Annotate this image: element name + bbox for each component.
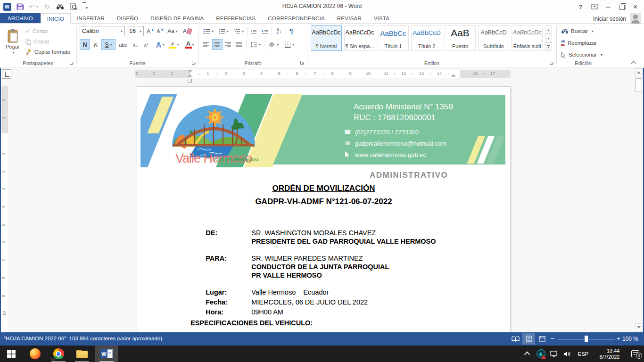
taskbar-chrome[interactable]: ⚙ [47, 346, 70, 362]
help-icon[interactable]: ? [574, 0, 587, 13]
scroll-up-icon[interactable] [635, 68, 643, 76]
font-dialog-launcher-icon[interactable] [191, 60, 197, 65]
paragraph-dialog-launcher-icon[interactable] [300, 60, 305, 65]
zoom-out-icon[interactable]: − [551, 335, 554, 342]
close-icon[interactable]: ✕ [628, 0, 642, 13]
print-layout-button[interactable] [522, 333, 535, 345]
styles-gallery-expand-icon[interactable]: ▼ [545, 42, 552, 51]
highlight-color-button[interactable]: ▾ [167, 39, 182, 50]
ribbon-display-options-icon[interactable] [587, 0, 601, 13]
web-layout-button[interactable] [536, 333, 548, 345]
decrease-indent-button[interactable] [248, 26, 259, 36]
format-painter-button[interactable]: Copiar formato [25, 47, 70, 57]
style-enfasis-sutil[interactable]: AaBbCcDc Énfasis sutil [512, 25, 543, 51]
word-window: W ↶▾ ↻ ▾ HOJA CAMION 2022 [0, 0, 644, 362]
line-spacing-button[interactable]: ▾ [248, 39, 263, 50]
align-right-button[interactable] [223, 39, 233, 50]
font-size-combo[interactable]: 16▾ [127, 26, 144, 36]
shading-button[interactable]: ▾ [267, 39, 281, 50]
tab-vista[interactable]: VISTA [368, 13, 396, 23]
scroll-down-icon[interactable] [635, 323, 643, 331]
tray-network[interactable] [548, 346, 560, 362]
text-effects-button[interactable]: A ▾ [154, 39, 166, 50]
tray-volume[interactable] [561, 346, 573, 362]
zoom-in-icon[interactable]: + [617, 335, 620, 342]
style-titulo1[interactable]: AaBbCc Título 1 [378, 25, 409, 51]
subscript-button[interactable]: x₂ [130, 39, 140, 50]
cut-button[interactable]: ✂ Cortar [25, 26, 48, 36]
action-center[interactable]: 3 [628, 346, 642, 362]
tab-insertar[interactable]: INSERTAR [71, 13, 111, 23]
sign-in[interactable]: Iniciar sesión [593, 13, 641, 25]
styles-scroll-down-icon[interactable]: ▼ [545, 34, 552, 42]
hanging-indent-marker[interactable] [188, 74, 192, 77]
status-text[interactable]: "HOJA CAMION 2022 06": 103.994 caractere… [4, 336, 164, 341]
tray-antivirus[interactable]: e [535, 346, 547, 362]
tab-stop-selector[interactable] [2, 69, 11, 79]
style-subtitulo[interactable]: AaBbCcD Subtítulo [478, 25, 509, 51]
underline-button[interactable]: S▾ [101, 39, 116, 50]
first-line-indent-marker[interactable] [188, 70, 192, 73]
increase-indent-button[interactable] [260, 26, 270, 36]
bullets-button[interactable]: ▾ [201, 26, 215, 36]
strikethrough-button[interactable]: abc [116, 39, 130, 50]
ruler-mark: 6 [296, 71, 298, 76]
tab-correspondencia[interactable]: CORRESPONDENCIA [262, 13, 331, 23]
borders-button[interactable]: ▾ [282, 39, 297, 50]
italic-button[interactable]: K [91, 39, 101, 50]
justify-button[interactable] [234, 39, 244, 50]
clear-formatting-button[interactable]: A [181, 26, 193, 36]
vertical-ruler[interactable]: 2112345678910 [1, 86, 8, 332]
tab-inicio[interactable]: INICIO [41, 13, 71, 24]
scrollbar-thumb[interactable] [636, 78, 642, 91]
clipboard-dialog-launcher-icon[interactable] [69, 60, 74, 65]
style-puesto[interactable]: AaB Puesto [445, 25, 476, 51]
tray-show-hidden-icons[interactable] [521, 346, 534, 362]
left-indent-marker[interactable] [188, 79, 192, 82]
read-mode-button[interactable] [509, 333, 522, 345]
numbering-button[interactable]: ▾ [216, 26, 231, 36]
horizontal-ruler[interactable]: 32112345678910111213141617 [135, 70, 511, 78]
sort-button[interactable]: AZ ↓ [273, 26, 285, 36]
style-sin-espaciado[interactable]: AaBbCcDc ¶ Sin espa... [344, 25, 375, 51]
show-paragraph-marks-button[interactable]: ¶ [286, 26, 297, 36]
align-left-button[interactable] [201, 39, 212, 50]
collapse-ribbon-icon[interactable] [631, 60, 636, 64]
replace-button[interactable]: abac Reemplazar [561, 38, 597, 48]
font-family-combo[interactable]: Calibri▾ [80, 26, 125, 36]
taskbar-firefox[interactable] [24, 346, 46, 362]
multilevel-list-button[interactable]: ▾ [231, 26, 246, 36]
styles-dialog-launcher-icon[interactable] [549, 60, 554, 65]
shrink-font-button[interactable]: A▼ [156, 26, 165, 36]
start-button[interactable] [0, 346, 23, 362]
tray-clock[interactable]: 13:44 8/7/2022 [593, 346, 626, 362]
tray-language[interactable]: ESP [575, 346, 591, 362]
minimize-icon[interactable]: ─ [601, 0, 615, 13]
zoom-slider-thumb[interactable] [585, 336, 588, 342]
tab-archivo[interactable]: ARCHIVO [0, 13, 41, 23]
change-case-button[interactable]: Aa▾ [166, 26, 179, 36]
align-center-button[interactable] [212, 39, 223, 50]
grow-font-button[interactable]: A▲ [146, 26, 155, 36]
tab-revisar[interactable]: REVISAR [331, 13, 368, 23]
tab-referencias[interactable]: REFERENCIAS [210, 13, 262, 23]
tab-diseno-pagina[interactable]: DISEÑO DE PÁGINA [144, 13, 210, 23]
right-indent-marker[interactable] [451, 74, 456, 77]
zoom-level[interactable]: 100 % [622, 336, 638, 342]
bold-button[interactable]: N [80, 39, 90, 50]
taskbar-word[interactable]: W [95, 346, 118, 362]
style-titulo2[interactable]: AaBbCcD Título 2 [411, 25, 442, 51]
tab-diseno[interactable]: DISEÑO [111, 13, 144, 23]
styles-scroll-up-icon[interactable]: ▲ [545, 25, 552, 34]
superscript-button[interactable]: x² [141, 39, 151, 50]
document-page[interactable]: Valle Hermoso GAD PARROQUIAL Acuerdo Min… [137, 86, 511, 332]
find-button[interactable]: Buscar ▾ [561, 26, 594, 36]
copy-button[interactable]: Copiar [25, 37, 50, 46]
paste-button[interactable]: Pegar ▾ [3, 25, 23, 58]
style-normal[interactable]: AaBbCcDc ¶ Normal [311, 25, 342, 51]
font-color-button[interactable]: A ▾ [183, 39, 197, 50]
select-button[interactable]: Seleccionar ▾ [561, 50, 603, 59]
restore-icon[interactable] [615, 0, 628, 13]
vertical-scrollbar[interactable] [635, 68, 643, 332]
taskbar-explorer[interactable] [71, 346, 93, 362]
